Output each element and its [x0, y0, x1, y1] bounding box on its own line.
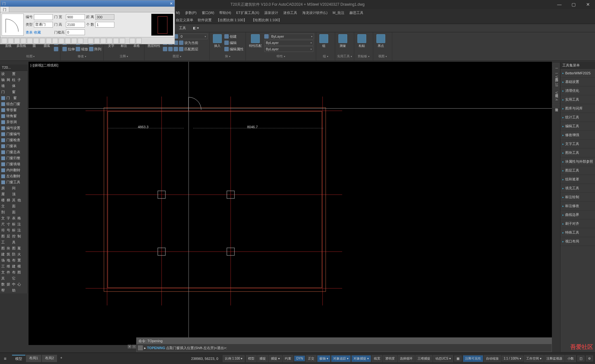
sb-l-10[interactable]: 透明度 — [383, 355, 397, 362]
bi2[interactable] — [224, 41, 229, 45]
tb-4[interactable] — [21, 38, 26, 44]
dh-2[interactable]: 墙 体 — [0, 83, 28, 89]
input-dist[interactable] — [95, 14, 114, 20]
di-g4-11[interactable]: 建筑防火 — [0, 251, 28, 257]
sb-l-1[interactable]: 捕捉 — [257, 355, 268, 362]
input-type[interactable] — [34, 22, 53, 28]
sb-l-11[interactable]: 选择循环 — [398, 355, 415, 362]
tb-13[interactable] — [78, 38, 83, 44]
rp-item-9[interactable]: 图块工具 — [560, 148, 595, 157]
rp-item-7[interactable]: 修改增强 — [560, 131, 595, 140]
di-g2-4[interactable]: 门窗总表 — [0, 149, 28, 155]
sb-scale1[interactable]: 【出图比例 1:100】 — [216, 18, 247, 22]
label-view[interactable]: 视图 — [375, 53, 390, 59]
tab-panel-dropdown[interactable]: ◧ ▾ — [190, 25, 202, 31]
label-group[interactable]: 组 — [318, 53, 333, 59]
rp-item-17[interactable]: 刷子对齐 — [560, 219, 595, 228]
input-num[interactable] — [34, 14, 53, 20]
maximize-button[interactable]: ▢ — [566, 0, 581, 9]
li11[interactable] — [179, 47, 183, 51]
menu-mini[interactable]: 迷你工具 — [283, 10, 297, 15]
bi1[interactable] — [224, 34, 229, 39]
tb-16[interactable] — [100, 38, 106, 44]
label-block[interactable]: 块 — [212, 53, 244, 59]
di-g1-3[interactable]: 转角窗 — [0, 113, 28, 119]
li9[interactable] — [168, 47, 173, 51]
linetype-combo[interactable]: ByLayer — [264, 46, 313, 52]
rp-item-3[interactable]: 实用工具 — [560, 95, 595, 104]
scale-icon[interactable] — [76, 47, 80, 51]
sb-r-4[interactable]: 注释监视器 — [544, 355, 565, 362]
sb-r-1[interactable]: 自动缩放 — [484, 355, 501, 362]
vtb-4[interactable]: 身份验证 — [553, 104, 560, 108]
menu-et[interactable]: ET扩展工具(X) — [236, 10, 259, 15]
di-g4-2[interactable]: 楼梯其他 — [0, 197, 28, 203]
di-g2-0[interactable]: 编号设置 — [0, 125, 28, 131]
di-g2-3[interactable]: 门窗表 — [0, 143, 28, 149]
btn-base[interactable]: 基点 — [375, 34, 387, 53]
rp-item-0[interactable]: BetterWMF2025 — [560, 69, 595, 78]
bi3[interactable] — [224, 47, 229, 51]
input-width[interactable] — [66, 14, 85, 20]
input-count[interactable] — [95, 22, 114, 28]
di-g4-1[interactable]: 屋 顶 — [0, 191, 28, 197]
pi1[interactable] — [264, 34, 269, 39]
sb-r-2[interactable]: 1:1 / 100% ▾ — [502, 355, 524, 361]
rp-item-15[interactable]: 标注修改 — [560, 202, 595, 210]
menu-window[interactable]: 窗口(W) — [202, 10, 214, 15]
di-g3-1[interactable]: 门窗填墙 — [0, 161, 28, 167]
sb-l-13[interactable]: 动态UCS ▾ — [433, 355, 453, 362]
tb-20[interactable] — [130, 38, 135, 44]
rp-item-4[interactable]: 图库与词库 — [560, 104, 595, 113]
tab-layout2[interactable]: 布局2 — [42, 355, 57, 362]
sb-l-0[interactable]: 模型 — [246, 355, 257, 362]
sb-r-0[interactable]: 注释可见性 — [463, 355, 483, 362]
menu-m[interactable]: M) — [176, 11, 180, 15]
dialog-close-button[interactable]: ✕ — [170, 2, 173, 6]
tb-7[interactable] — [40, 38, 45, 44]
sb-l-5[interactable]: 正交 — [306, 355, 317, 362]
tb-14[interactable] — [88, 38, 93, 44]
stretch-icon[interactable] — [62, 47, 67, 51]
tb-10[interactable] — [59, 38, 64, 44]
di-g4-8[interactable]: 图层控制 — [0, 233, 28, 239]
sb-l-8[interactable]: 对象捕捉 ▾ — [351, 355, 371, 362]
close-button[interactable]: ✕ — [581, 0, 595, 9]
tb-9[interactable] — [52, 38, 58, 44]
label-draw[interactable]: 绘图 — [3, 53, 58, 59]
menu-help[interactable]: 帮助(H) — [219, 10, 231, 15]
sb-settings-icon[interactable]: ⚙ — [586, 355, 593, 361]
sb-filter-icon[interactable]: ▦ — [454, 355, 462, 361]
tb-5[interactable] — [27, 38, 33, 44]
di-g3-4[interactable]: 门窗工具 — [0, 179, 28, 185]
di-g3-2[interactable]: 内外翻转 — [0, 167, 28, 173]
btn-paste[interactable]: 粘贴 — [356, 34, 368, 53]
di-g4-4[interactable]: 剖 面 — [0, 209, 28, 215]
di-g4-0[interactable]: 房 间 — [0, 185, 28, 191]
tb-11[interactable] — [65, 38, 71, 44]
i3[interactable] — [54, 47, 58, 51]
vtb-2[interactable]: 迷你工具V8.1.18 — [553, 73, 560, 89]
btn-chart[interactable]: 查表 — [26, 30, 33, 35]
di-g2-2[interactable]: 门窗检查 — [0, 137, 28, 143]
di-g4-6[interactable]: 尺寸标注 — [0, 221, 28, 227]
sb-l-2[interactable]: 捕捉 ▾ — [269, 355, 282, 362]
sb-soft-settings[interactable]: 软件设置 — [198, 18, 212, 22]
menu-params[interactable]: 参数(P) — [185, 10, 197, 15]
color-combo[interactable]: ByLayer — [270, 34, 314, 39]
dh-3[interactable]: 门 窗 — [0, 89, 28, 95]
rp-item-11[interactable]: 图层工具 — [560, 166, 595, 175]
di-g4-16[interactable]: 数据中心 — [0, 281, 28, 287]
tb-3[interactable] — [14, 38, 20, 44]
label-clip[interactable]: 剪贴板 — [356, 53, 371, 59]
li8[interactable] — [163, 47, 167, 51]
minimize-button[interactable]: — — [552, 0, 566, 9]
di-g1-0[interactable]: 门 窗 — [0, 95, 28, 101]
btn-fav[interactable]: 收藏 — [34, 30, 53, 35]
tb-6[interactable] — [33, 38, 39, 44]
rp-item-18[interactable]: 特殊工具 — [560, 228, 595, 237]
di-g1-1[interactable]: 组合门窗 — [0, 101, 28, 107]
label-layer[interactable]: 图层 — [146, 53, 208, 59]
vtb-1[interactable]: 绘图工具箱 — [553, 68, 560, 73]
dock-tab[interactable]: T20... — [0, 65, 28, 71]
